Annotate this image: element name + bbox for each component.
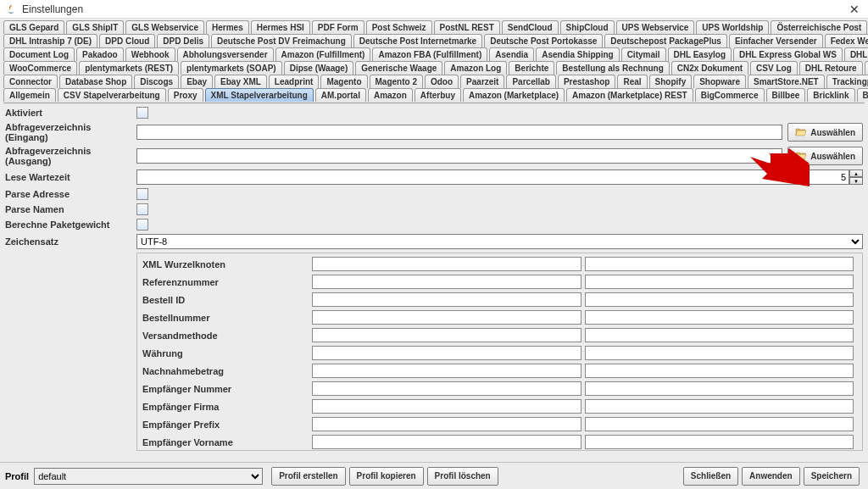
tab-bestellung-als-rechnung[interactable]: Bestellung als Rechnung [556, 61, 669, 75]
close-icon[interactable]: ✕ [846, 3, 863, 16]
tab-amazon[interactable]: Amazon [368, 88, 413, 102]
tab-document-downloader[interactable]: Document Downloader [865, 61, 868, 75]
tab-prestashop[interactable]: Prestashop [558, 75, 615, 88]
spinner-up-button[interactable]: ▲ [849, 169, 863, 177]
field-input-2[interactable] [585, 292, 854, 307]
tab-deutsche-post-dv-freimachung[interactable]: Deutsche Post DV Freimachung [211, 34, 352, 47]
field-input-2[interactable] [585, 346, 854, 360]
tab-database-shop[interactable]: Database Shop [59, 75, 132, 88]
tab-bricklink[interactable]: Bricklink [807, 88, 854, 102]
tab-fedex-webservice[interactable]: Fedex Webservice [825, 34, 868, 47]
field-input-2[interactable] [585, 328, 854, 342]
tab-leadprint[interactable]: Leadprint [269, 75, 320, 88]
field-input-1[interactable] [312, 292, 581, 307]
wartezeit-input[interactable] [136, 169, 849, 185]
tab-plentymarkets-soap-[interactable]: plentymarkets (SOAP) [181, 61, 282, 75]
tab-amazon-marketplace-[interactable]: Amazon (Marketplace) [463, 88, 565, 102]
tab-gls-webservice[interactable]: GLS Webservice [125, 20, 204, 34]
tab-billbee[interactable]: Billbee [766, 88, 806, 102]
profil-kopieren-button[interactable]: Profil kopieren [349, 467, 424, 486]
tab-discogs[interactable]: Discogs [134, 75, 179, 88]
tab-bigcommerce[interactable]: BigCommerce [695, 88, 765, 102]
ausgang-input[interactable] [136, 148, 782, 164]
tab-proxy[interactable]: Proxy [168, 88, 203, 102]
tab-deutsche-post-internetmarke[interactable]: Deutsche Post Internetmarke [353, 34, 482, 47]
tab-smartstore-net[interactable]: SmartStore.NET [748, 75, 825, 88]
tab-xml-stapelverarbeitung[interactable]: XML Stapelverarbeitung [205, 88, 314, 102]
tab-hermes[interactable]: Hermes [206, 20, 249, 34]
tab-ebay[interactable]: Ebay [181, 75, 213, 88]
tab-dhl-easylog[interactable]: DHL Easylog [668, 47, 732, 61]
tab-pdf-form[interactable]: PDF Form [312, 20, 364, 34]
anwenden-button[interactable]: Anwenden [742, 467, 800, 486]
tab-sendcloud[interactable]: SendCloud [502, 20, 559, 34]
field-input-2[interactable] [585, 417, 854, 431]
tab-ups-webservice[interactable]: UPS Webservice [616, 20, 695, 34]
tab--sterreichische-post[interactable]: Österreichische Post [771, 20, 867, 34]
tab-abholungsversender[interactable]: Abholungsversender [177, 47, 274, 61]
field-input-1[interactable] [312, 257, 581, 271]
tab-shipcloud[interactable]: ShipCloud [560, 20, 615, 34]
speichern-button[interactable]: Speichern [804, 467, 860, 486]
eingang-input[interactable] [136, 125, 782, 140]
tab-webhook[interactable]: Webhook [125, 47, 175, 61]
profil-select[interactable]: default [34, 468, 263, 485]
tab-deutschepost-packageplus[interactable]: Deutschepost PackagePlus [604, 34, 727, 47]
tab-citymail[interactable]: Citymail [621, 47, 666, 61]
tab-connector[interactable]: Connector [3, 75, 58, 88]
tab-magento-2[interactable]: Magento 2 [370, 75, 423, 88]
tab-gls-shipit[interactable]: GLS ShipIT [66, 20, 124, 34]
tab-post-schweiz[interactable]: Post Schweiz [366, 20, 432, 34]
field-input-1[interactable] [312, 417, 581, 431]
tab-real[interactable]: Real [617, 75, 647, 88]
tab-shopify[interactable]: Shopify [649, 75, 693, 88]
tab-woocommerce[interactable]: WooCommerce [3, 61, 77, 75]
tab-postnl-rest[interactable]: PostNL REST [434, 20, 500, 34]
profil-erstellen-button[interactable]: Profil erstellen [271, 467, 345, 486]
tab-dhl-express-global-ws[interactable]: DHL Express Global WS [733, 47, 843, 61]
tab-dhl-gesch-ftskundenversand[interactable]: DHL Geschäftskundenversand [844, 47, 868, 61]
field-input-1[interactable] [312, 381, 581, 396]
tab-deutsche-post-portokasse[interactable]: Deutsche Post Portokasse [484, 34, 603, 47]
field-input-1[interactable] [312, 364, 581, 378]
field-input-1[interactable] [312, 328, 581, 342]
zeichensatz-select[interactable]: UTF-8 [136, 234, 863, 249]
tab-amazon-fulfillment-[interactable]: Amazon (Fulfillment) [275, 47, 371, 61]
tab-dpd-cloud[interactable]: DPD Cloud [99, 34, 155, 47]
tab-amazon-log[interactable]: Amazon Log [444, 61, 507, 75]
field-input-1[interactable] [312, 346, 581, 360]
tab-csv-stapelverarbeitung[interactable]: CSV Stapelverarbeitung [58, 88, 166, 102]
tab-asendia-shipping[interactable]: Asendia Shipping [536, 47, 619, 61]
tab-plentymarkets-rest-[interactable]: plentymarkets (REST) [79, 61, 179, 75]
tab-cn2x-dokument[interactable]: CN2x Dokument [671, 61, 748, 75]
tab-allgemein[interactable]: Allgemein [3, 88, 56, 102]
ausgang-auswaehlen-button[interactable]: Auswählen [787, 147, 863, 165]
tab-am-portal[interactable]: AM.portal [315, 88, 366, 102]
field-input-2[interactable] [585, 435, 854, 449]
schliessen-button[interactable]: Schließen [683, 467, 738, 486]
tab-asendia[interactable]: Asendia [489, 47, 534, 61]
spinner-down-button[interactable]: ▼ [849, 177, 863, 185]
tab-odoo[interactable]: Odoo [425, 75, 459, 88]
field-input-1[interactable] [312, 310, 581, 325]
tab-amazon-marketplace-rest[interactable]: Amazon (Marketplace) REST [566, 88, 693, 102]
field-input-1[interactable] [312, 275, 581, 289]
field-input-1[interactable] [312, 399, 581, 414]
tab-ups-worldship[interactable]: UPS Worldship [696, 20, 769, 34]
eingang-auswaehlen-button[interactable]: Auswählen [787, 123, 863, 142]
field-input-1[interactable] [312, 435, 581, 449]
tab-hermes-hsi[interactable]: Hermes HSI [251, 20, 310, 34]
tab-amazon-fba-fulfillment-[interactable]: Amazon FBA (Fulfillment) [372, 47, 487, 61]
field-input-2[interactable] [585, 381, 854, 396]
tab-gls-gepard[interactable]: GLS Gepard [3, 20, 64, 34]
tab-afterbuy[interactable]: Afterbuy [415, 88, 461, 102]
tab-shopware[interactable]: Shopware [693, 75, 746, 88]
field-input-2[interactable] [585, 275, 854, 289]
field-input-2[interactable] [585, 310, 854, 325]
tab-document-log[interactable]: Document Log [3, 47, 75, 61]
tab-parcellab[interactable]: Parcellab [506, 75, 555, 88]
tab-dhl-intraship-7-de-[interactable]: DHL Intraship 7 (DE) [3, 34, 97, 47]
tab-pakadoo[interactable]: Pakadoo [76, 47, 124, 61]
field-input-2[interactable] [585, 257, 854, 271]
parse-namen-checkbox[interactable] [136, 203, 148, 215]
